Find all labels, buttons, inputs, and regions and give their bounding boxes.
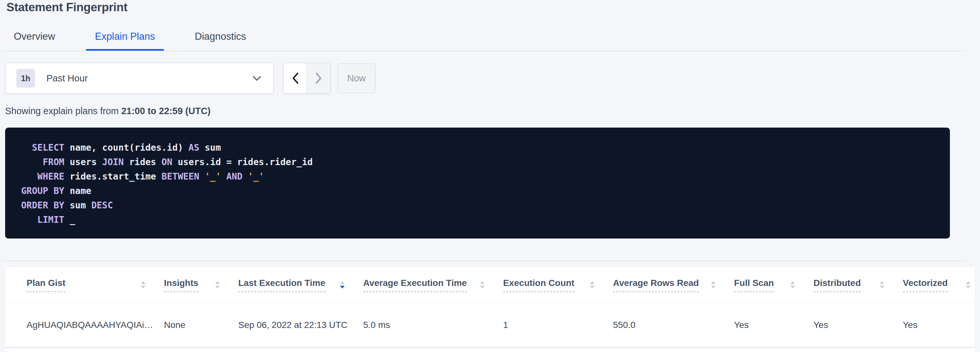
table-row: AgHUAQIABQAAAAHYAQIAiA...NoneSep 06, 202…: [5, 303, 975, 348]
column-label: Execution Count: [503, 278, 574, 292]
sql-code-block: SELECT name, count(rides.id) AS sum FROM…: [5, 128, 950, 238]
column-label: Average Execution Time: [363, 278, 467, 292]
status-time-range: 21:00 to 22:59 (UTC): [121, 106, 211, 116]
now-button[interactable]: Now: [337, 64, 375, 93]
status-prefix: Showing explain plans from: [5, 106, 121, 116]
cell-plan-gist[interactable]: AgHUAQIABQAAAAHYAQIAiA...: [27, 320, 164, 330]
column-label: Insights: [164, 278, 198, 292]
tab-overview[interactable]: Overview: [5, 31, 64, 51]
sort-arrows-icon[interactable]: [215, 281, 220, 288]
column-label: Last Execution Time: [238, 278, 325, 292]
tab-explain-plans[interactable]: Explain Plans: [86, 31, 164, 51]
chevron-right-icon: [315, 72, 322, 84]
explain-plans-table-card: Plan GistInsightsLast Execution TimeAver…: [5, 267, 975, 352]
time-range-badge: 1h: [16, 69, 35, 88]
sort-arrows-icon[interactable]: [480, 281, 485, 288]
cell-insights: None: [164, 320, 238, 330]
column-label: Plan Gist: [27, 278, 65, 292]
time-range-select[interactable]: 1h Past Hour: [5, 63, 274, 94]
sort-arrows-icon[interactable]: [966, 281, 970, 288]
section-divider: [3, 261, 965, 261]
column-header-last-execution-time[interactable]: Last Execution Time: [238, 278, 363, 292]
tab-bar: OverviewExplain PlansDiagnostics: [5, 31, 255, 51]
column-header-plan-gist[interactable]: Plan Gist: [27, 278, 164, 292]
time-range-label: Past Hour: [46, 73, 88, 84]
status-line: Showing explain plans from 21:00 to 22:5…: [5, 106, 211, 116]
column-header-average-execution-time[interactable]: Average Execution Time: [363, 278, 503, 292]
cell-vectorized: Yes: [903, 320, 975, 330]
sort-arrows-icon[interactable]: [791, 281, 795, 288]
prev-time-button[interactable]: [283, 63, 307, 93]
column-header-average-rows-read[interactable]: Average Rows Read: [613, 278, 734, 292]
tab-bar-divider: [3, 51, 965, 51]
column-header-insights[interactable]: Insights: [164, 278, 238, 292]
cell-execution-count: 1: [503, 320, 613, 330]
column-label: Average Rows Read: [613, 278, 699, 292]
column-label: Vectorized: [903, 278, 948, 292]
chevron-down-icon: [253, 76, 261, 82]
page-title: Statement Fingerprint: [6, 1, 127, 14]
sort-arrows-icon[interactable]: [141, 281, 145, 288]
sql-statement-text: SELECT name, count(rides.id) AS sum FROM…: [5, 128, 950, 227]
cell-average-execution-time: 5.0 ms: [363, 320, 503, 330]
next-time-button[interactable]: [307, 63, 330, 93]
column-header-full-scan[interactable]: Full Scan: [734, 278, 813, 292]
cell-distributed: Yes: [813, 320, 903, 330]
sort-arrows-icon[interactable]: [590, 281, 594, 288]
explain-plans-table-header: Plan GistInsightsLast Execution TimeAver…: [5, 267, 975, 303]
chevron-left-icon: [292, 72, 299, 84]
column-header-execution-count[interactable]: Execution Count: [503, 278, 613, 292]
explain-plans-table-body: AgHUAQIABQAAAAHYAQIAiA...NoneSep 06, 202…: [5, 303, 975, 348]
column-header-distributed[interactable]: Distributed: [813, 278, 903, 292]
sort-arrows-icon[interactable]: [711, 281, 716, 288]
cell-average-rows-read: 550.0: [613, 320, 734, 330]
tab-diagnostics[interactable]: Diagnostics: [186, 31, 255, 51]
column-label: Full Scan: [734, 278, 774, 292]
sort-arrows-icon[interactable]: [880, 281, 884, 288]
column-label: Distributed: [813, 278, 861, 292]
cell-last-execution-time: Sep 06, 2022 at 22:13 UTC: [238, 320, 363, 330]
sort-arrows-icon[interactable]: [340, 281, 345, 288]
time-window-nav: [283, 63, 331, 94]
column-header-vectorized[interactable]: Vectorized: [903, 278, 975, 292]
cell-full-scan: Yes: [734, 320, 813, 330]
